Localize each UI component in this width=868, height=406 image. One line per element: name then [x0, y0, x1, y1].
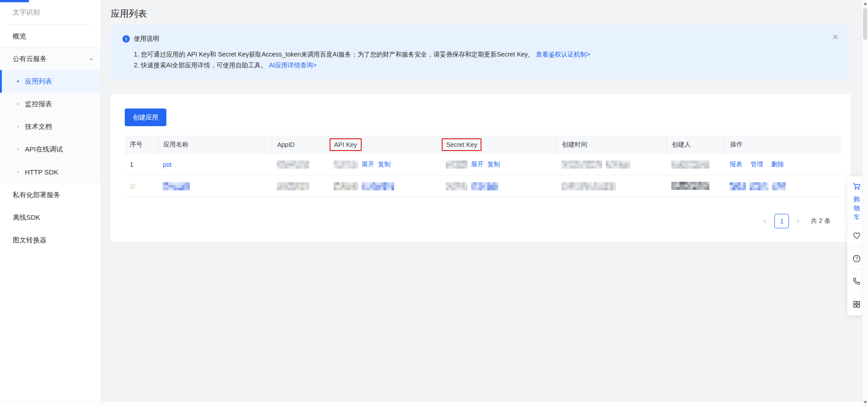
total-count-label: 共 2 条 — [811, 217, 830, 225]
sidebar-item-label: 技术文档 — [25, 123, 52, 131]
redacted-links — [362, 182, 394, 190]
create-app-button[interactable]: 创建应用 — [125, 109, 166, 126]
sidebar-item-http-sdk[interactable]: HTTP SDK — [0, 161, 101, 183]
table-row: 1 pot 展开 复制 展开 复制 — [125, 154, 841, 175]
sidebar-item-tech-docs[interactable]: 技术文档 — [0, 115, 101, 138]
chevron-left-icon[interactable] — [760, 214, 771, 228]
active-indicator-bar — [0, 70, 2, 93]
secret-key-highlight-box: Secret Key — [442, 138, 481, 151]
sidebar: 文字识别 概览 公有云服务 应用列表 监控报表 技术文档 API在线调试 HTT… — [0, 0, 101, 406]
scroll-down-icon[interactable] — [863, 401, 867, 404]
redacted-row-no — [130, 184, 135, 189]
table-row — [125, 175, 841, 197]
redacted-api-key — [334, 161, 358, 169]
sidebar-item-label: 应用列表 — [25, 77, 52, 86]
api-key-highlight-box: API Key — [330, 138, 362, 151]
redacted-api-key — [334, 182, 358, 190]
sidebar-item-offline-sdk[interactable]: 离线SDK — [0, 206, 101, 229]
delete-link[interactable]: 删除 — [771, 161, 784, 169]
page-number-button[interactable]: 1 — [774, 214, 789, 228]
page-title: 应用列表 — [111, 8, 147, 20]
divider — [852, 269, 862, 270]
sidebar-item-label: API在线调试 — [25, 145, 63, 154]
expand-link[interactable]: 展开 — [471, 161, 484, 169]
svg-text:?: ? — [855, 256, 858, 261]
usage-banner: i 使用说明 1. 您可通过应用的 API Key和 Secret Key获取A… — [111, 25, 849, 79]
redacted-appid — [277, 161, 309, 169]
redacted-create-date — [561, 161, 602, 169]
table-header-row: 序号 应用名称 AppID API Key Secret Key 创建时间 创建… — [125, 136, 841, 154]
sidebar-item-img-text-converter[interactable]: 图文转换器 — [0, 229, 101, 251]
bullet-dot-icon — [17, 103, 19, 105]
vertical-scrollbar[interactable] — [862, 0, 868, 406]
chevron-up-icon — [88, 56, 94, 62]
manage-link[interactable]: 管理 — [750, 161, 763, 169]
redacted-appid — [277, 182, 309, 190]
banner-line-1: 1. 您可通过应用的 API Key和 Secret Key获取Access_t… — [134, 49, 837, 60]
horizontal-scrollbar[interactable] — [0, 401, 862, 406]
sidebar-item-overview[interactable]: 概览 — [0, 25, 101, 47]
app-detail-query-link[interactable]: AI应用详情查询> — [269, 61, 316, 69]
redacted-create-time — [561, 182, 616, 190]
sidebar-title: 文字识别 — [0, 0, 101, 24]
banner-line-1-text: 1. 您可通过应用的 API Key和 Secret Key获取Access_t… — [134, 51, 534, 58]
col-header-api-key: API Key — [329, 136, 441, 153]
pagination: 1 共 2 条 — [760, 214, 830, 228]
redacted-app-name — [163, 182, 190, 190]
close-icon[interactable]: × — [832, 32, 838, 42]
bullet-dot-icon — [17, 80, 19, 82]
redacted-action — [772, 182, 786, 190]
divider — [852, 247, 862, 247]
info-icon: i — [123, 35, 130, 42]
phone-icon[interactable] — [852, 277, 861, 286]
question-icon[interactable]: ? — [852, 254, 861, 263]
sidebar-item-monitor-report[interactable]: 监控报表 — [0, 93, 101, 115]
sidebar-item-label: HTTP SDK — [25, 168, 58, 176]
col-header-creator: 创建人 — [666, 136, 725, 153]
redacted-secret-key — [446, 182, 467, 190]
copy-link[interactable]: 复制 — [487, 161, 500, 169]
divider — [852, 293, 862, 293]
redacted-action — [730, 182, 746, 190]
cart-icon — [852, 182, 861, 191]
col-header-appid: AppID — [272, 136, 329, 153]
sidebar-group-public-cloud: 公有云服务 应用列表 监控报表 技术文档 API在线调试 HTTP SDK — [0, 47, 101, 184]
main-content: 应用列表 i 使用说明 1. 您可通过应用的 API Key和 Secret K… — [101, 0, 868, 406]
redacted-create-time — [606, 161, 630, 169]
redacted-action — [750, 182, 769, 190]
redacted-creator — [671, 182, 709, 191]
app-name-link[interactable]: pot — [163, 161, 171, 168]
grid-icon[interactable] — [852, 300, 861, 309]
col-header-no: 序号 — [125, 136, 158, 153]
bullet-dot-icon — [17, 148, 19, 150]
redacted-creator — [671, 161, 709, 169]
sidebar-item-label: 监控报表 — [25, 100, 52, 109]
report-link[interactable]: 报表 — [730, 161, 742, 169]
bullet-dot-icon — [17, 171, 19, 173]
sidebar-item-app-list[interactable]: 应用列表 — [0, 70, 101, 93]
heart-icon[interactable] — [852, 231, 861, 240]
banner-line-2-text: 2. 快速搜索AI全部应用详情，可使用自助工具。 — [134, 61, 267, 69]
sidebar-group-header[interactable]: 公有云服务 — [0, 48, 101, 70]
banner-line-2: 2. 快速搜索AI全部应用详情，可使用自助工具。 AI应用详情查询> — [134, 60, 837, 71]
sidebar-item-api-debug[interactable]: API在线调试 — [0, 138, 101, 161]
bullet-dot-icon — [17, 126, 19, 127]
expand-link[interactable]: 展开 — [362, 161, 374, 169]
sidebar-item-private-deploy[interactable]: 私有化部署服务 — [0, 184, 101, 206]
chevron-right-icon[interactable] — [793, 214, 803, 228]
col-header-secret-key: Secret Key — [441, 136, 557, 153]
redacted-secret-key — [446, 161, 467, 169]
auth-mechanism-link[interactable]: 查看鉴权认证机制> — [536, 51, 590, 58]
top-accent-bar — [0, 0, 29, 2]
copy-link[interactable]: 复制 — [378, 161, 391, 169]
redacted-links — [471, 182, 498, 190]
cart-label: 购物车 — [853, 194, 860, 222]
banner-title: 使用说明 — [134, 35, 159, 43]
scroll-up-icon[interactable] — [863, 2, 867, 5]
col-header-actions: 操作 — [725, 136, 841, 153]
sidebar-group-label: 公有云服务 — [13, 55, 47, 63]
col-header-name: 应用名称 — [158, 136, 272, 153]
row-no: 1 — [130, 161, 133, 168]
scrollbar-thumb[interactable] — [863, 8, 867, 40]
app-table: 序号 应用名称 AppID API Key Secret Key 创建时间 创建… — [125, 136, 841, 197]
